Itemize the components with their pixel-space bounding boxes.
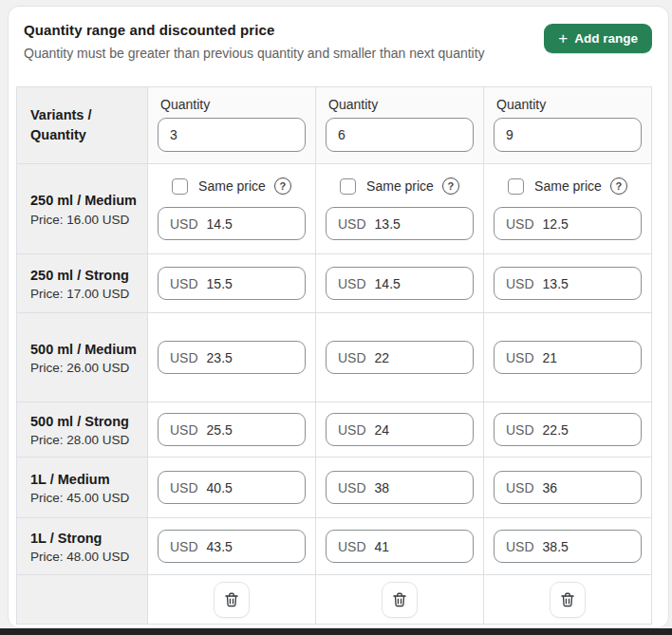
variant-cell: 1L / Medium Price: 45.00 USD <box>17 458 148 518</box>
table-row: 250 ml / Medium Price: 16.00 USD Same pr… <box>17 164 652 254</box>
price-cell: USD 24 <box>316 402 484 458</box>
variant-cell: 1L / Strong Price: 48.00 USD <box>17 518 148 575</box>
price-cell: USD 22.5 <box>484 402 652 458</box>
table-row: 1L / Strong Price: 48.00 USD USD 43.5 US… <box>17 518 652 575</box>
discount-price-input[interactable]: USD 43.5 <box>158 530 306 563</box>
table-row: 500 ml / Strong Price: 28.00 USD USD 25.… <box>17 402 652 458</box>
same-price-group: Same price ? <box>494 177 642 195</box>
same-price-checkbox[interactable] <box>340 178 356 195</box>
discount-price-input[interactable]: USD 22.5 <box>494 413 642 446</box>
variant-name: 1L / Medium <box>30 470 138 490</box>
quantity-header-cell: Quantity <box>148 87 316 164</box>
variant-cell: 500 ml / Medium Price: 26.00 USD <box>17 313 148 402</box>
price-value: 13.5 <box>375 216 401 232</box>
currency-prefix: USD <box>170 276 198 291</box>
quantity-header-cell: Quantity <box>484 87 652 164</box>
price-value: 41 <box>375 539 390 554</box>
variant-cell: 500 ml / Strong Price: 28.00 USD <box>17 402 148 458</box>
discount-price-input[interactable]: USD 25.5 <box>158 413 306 446</box>
same-price-label: Same price <box>364 178 434 194</box>
add-range-button[interactable]: + Add range <box>544 24 652 53</box>
help-icon[interactable]: ? <box>610 177 627 195</box>
price-cell: USD 23.5 <box>148 313 316 402</box>
discount-price-input[interactable]: USD 38.5 <box>494 530 642 563</box>
quantity-label: Quantity <box>326 97 474 112</box>
quantity-input[interactable] <box>326 118 474 152</box>
discount-price-input[interactable]: USD 13.5 <box>494 267 642 300</box>
delete-cell <box>316 575 484 625</box>
price-cell: USD 14.5 <box>316 254 484 313</box>
discount-price-input[interactable]: USD 21 <box>494 341 642 374</box>
discount-price-input[interactable]: USD 40.5 <box>158 471 306 504</box>
discount-price-input[interactable]: USD 15.5 <box>158 267 306 300</box>
delete-range-button[interactable] <box>550 582 586 618</box>
currency-prefix: USD <box>170 350 198 365</box>
price-value: 22.5 <box>543 422 569 438</box>
currency-prefix: USD <box>506 350 534 365</box>
same-price-group: Same price ? <box>326 177 474 195</box>
same-price-group: Same price ? <box>158 177 306 195</box>
currency-prefix: USD <box>338 276 366 291</box>
quantity-label: Quantity <box>158 97 306 112</box>
variant-name: 500 ml / Strong <box>30 412 138 432</box>
trash-icon <box>559 591 576 608</box>
price-cell: USD 21 <box>484 313 652 402</box>
price-cell: Same price ? USD 13.5 <box>316 164 484 254</box>
currency-prefix: USD <box>506 276 534 291</box>
delete-range-button[interactable] <box>382 582 418 618</box>
currency-prefix: USD <box>170 422 198 438</box>
price-cell: USD 36 <box>484 458 652 518</box>
currency-prefix: USD <box>338 422 366 438</box>
price-value: 43.5 <box>207 539 233 554</box>
currency-prefix: USD <box>170 216 198 232</box>
currency-prefix: USD <box>506 480 534 495</box>
price-cell: USD 41 <box>316 518 484 575</box>
delete-range-button[interactable] <box>214 582 250 618</box>
same-price-checkbox[interactable] <box>172 178 188 195</box>
plus-icon: + <box>558 30 568 47</box>
currency-prefix: USD <box>170 480 198 495</box>
currency-prefix: USD <box>338 480 366 495</box>
discount-price-input[interactable]: USD 12.5 <box>494 207 642 240</box>
price-cell: USD 40.5 <box>148 458 316 518</box>
currency-prefix: USD <box>338 539 366 554</box>
add-range-label: Add range <box>574 31 638 46</box>
variant-cell: 250 ml / Strong Price: 17.00 USD <box>17 254 148 313</box>
help-icon[interactable]: ? <box>442 177 459 195</box>
price-cell: USD 38.5 <box>484 518 652 575</box>
discount-price-input[interactable]: USD 14.5 <box>158 207 306 240</box>
discount-price-input[interactable]: USD 22 <box>326 341 474 374</box>
discount-price-input[interactable]: USD 23.5 <box>158 341 306 374</box>
table-row: 500 ml / Medium Price: 26.00 USD USD 23.… <box>17 313 652 402</box>
price-value: 25.5 <box>207 422 233 438</box>
price-value: 38.5 <box>543 539 569 554</box>
delete-cell <box>148 575 316 625</box>
variant-name: 250 ml / Medium <box>30 191 138 211</box>
trash-icon <box>223 591 240 608</box>
variant-price: Price: 26.00 USD <box>30 361 138 375</box>
currency-prefix: USD <box>170 539 198 554</box>
price-value: 36 <box>543 480 558 495</box>
table-header-row: Variants / Quantity Quantity Quantity Qu… <box>17 87 652 164</box>
discount-price-input[interactable]: USD 41 <box>326 530 474 563</box>
empty-cell <box>17 575 148 625</box>
price-cell: USD 22 <box>316 313 484 402</box>
variant-cell: 250 ml / Medium Price: 16.00 USD <box>17 164 148 254</box>
help-icon[interactable]: ? <box>274 177 291 195</box>
discount-price-input[interactable]: USD 14.5 <box>326 267 474 300</box>
variant-price: Price: 28.00 USD <box>30 433 138 447</box>
variant-price: Price: 45.00 USD <box>30 491 138 505</box>
same-price-label: Same price <box>196 178 266 194</box>
discount-price-input[interactable]: USD 36 <box>494 471 642 504</box>
discount-price-input[interactable]: USD 13.5 <box>326 207 474 240</box>
corner-header: Variants / Quantity <box>17 87 148 164</box>
price-value: 22 <box>375 350 390 365</box>
discount-price-input[interactable]: USD 38 <box>326 471 474 504</box>
table-row: 1L / Medium Price: 45.00 USD USD 40.5 US… <box>17 458 652 518</box>
quantity-input[interactable] <box>158 118 306 152</box>
discount-price-input[interactable]: USD 24 <box>326 413 474 446</box>
price-cell: Same price ? USD 12.5 <box>484 164 652 254</box>
same-price-checkbox[interactable] <box>508 178 524 195</box>
price-cell: USD 13.5 <box>484 254 652 313</box>
quantity-input[interactable] <box>494 118 642 152</box>
